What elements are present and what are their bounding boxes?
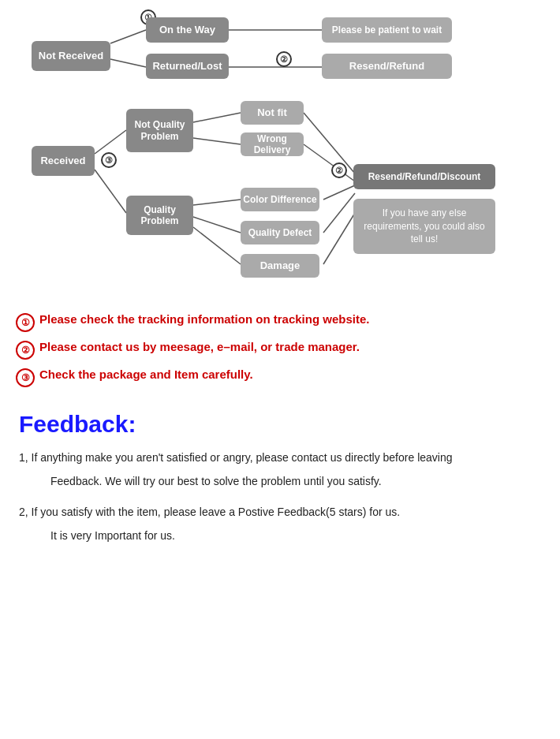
svg-line-7 [193,138,241,144]
feedback-item2-main: 2, If you satisfy with the item, please … [19,503,541,521]
flowchart-section: ① ② Not Received On the Way Returned/Los… [16,8,544,300]
feedback-item1-main: 1, If anything make you aren't satisfied… [19,449,541,466]
svg-line-13 [323,185,355,200]
flowchart-container: ① ② Not Received On the Way Returned/Los… [16,8,544,300]
svg-line-11 [304,113,355,174]
instruction-2: ② Please contact us by meesage, e–mail, … [16,340,544,360]
feedback-item1-sub: Feedback. We will try our best to solve … [19,472,541,490]
svg-line-0 [110,30,146,43]
svg-line-14 [323,193,355,233]
feedback-title: Feedback: [19,411,541,438]
box-returned-lost: Returned/Lost [146,54,229,79]
instruction-1-text: Please check the tracking information on… [39,312,369,326]
box-resend-refund-discount: Resend/Refund/Discount [353,164,495,189]
svg-line-8 [193,200,241,205]
box-color-difference: Color Difference [241,188,319,211]
feedback-item2-sub: It is very Important for us. [19,527,541,544]
instruction-3: ③ Check the package and Item carefully. [16,368,544,387]
circle-2-mid: ② [331,162,347,178]
box-received: Received [32,146,95,176]
box-please-wait: Please be patient to wait [322,17,452,43]
instructions-section: ① Please check the tracking information … [16,312,544,387]
box-not-received: Not Received [32,41,110,71]
circle-3: ③ [101,152,117,168]
box-damage: Damage [241,254,319,278]
box-on-the-way: On the Way [146,17,229,43]
box-quality-problem: Quality Problem [126,196,193,235]
box-if-you-have: If you have any else requirements, you c… [353,199,495,254]
svg-line-1 [110,59,146,67]
instruction-1: ① Please check the tracking information … [16,312,544,332]
svg-line-9 [193,217,241,233]
circle-2-top: ② [276,51,292,67]
instruction-3-num: ③ [16,368,35,387]
instruction-2-text: Please contact us by meesage, e–mail, or… [39,340,360,353]
instruction-1-num: ① [16,313,35,332]
box-quality-defect: Quality Defect [241,221,319,244]
svg-line-4 [95,130,126,154]
svg-line-10 [193,227,241,264]
svg-line-6 [193,113,241,122]
feedback-section: Feedback: 1, If anything make you aren't… [16,411,544,545]
svg-line-15 [323,213,355,264]
svg-line-12 [304,144,355,181]
svg-line-5 [95,170,126,213]
box-not-quality-problem: Not Quality Problem [126,109,193,152]
box-wrong-delivery: Wrong Delivery [241,132,304,156]
box-not-fit: Not fit [241,101,304,125]
instruction-3-text: Check the package and Item carefully. [39,368,253,381]
box-resend-refund-top: Resend/Refund [322,54,452,79]
instruction-2-num: ② [16,341,35,360]
